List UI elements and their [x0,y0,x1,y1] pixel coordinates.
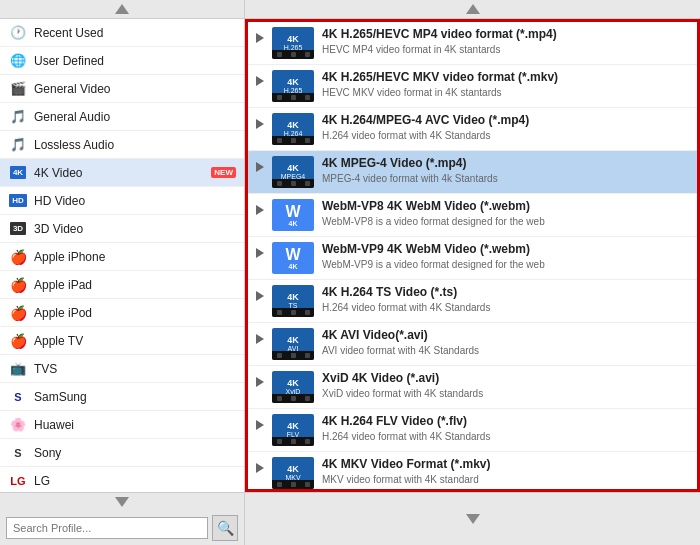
format-title: 4K AVI Video(*.avi) [322,328,689,344]
up-arrow-icon[interactable] [115,4,129,14]
up-arrow-icon-right[interactable] [466,4,480,14]
format-title: 4K H.264 FLV Video (*.flv) [322,414,689,430]
format-title: 4K H.264/MPEG-4 AVC Video (*.mp4) [322,113,689,129]
sidebar-scroll-down[interactable] [0,493,244,511]
expand-arrow-icon [256,420,266,430]
format-item-h264-avc[interactable]: 4KH.2644K H.264/MPEG-4 AVC Video (*.mp4)… [248,108,697,151]
tv-icon: 📺 [8,361,28,377]
sidebar-label: General Audio [34,110,236,124]
apple-icon: 🍎 [8,305,28,321]
search-icon: 🔍 [217,520,234,536]
expand-arrow-icon [256,248,266,258]
format-item-webm-vp9[interactable]: W4KWebM-VP9 4K WebM Video (*.webm)WebM-V… [248,237,697,280]
globe-icon: 🌐 [8,53,28,69]
sony-icon: S [8,445,28,461]
expand-arrow-icon [256,377,266,387]
sidebar-item-samsung[interactable]: SSamSung [0,383,244,411]
format-desc: MKV video format with 4K standard [322,473,689,486]
sidebar-item-lossless-audio[interactable]: 🎵Lossless Audio [0,131,244,159]
format-text: 4K MKV Video Format (*.mkv)MKV video for… [322,457,689,486]
format-title: 4K MKV Video Format (*.mkv) [322,457,689,473]
formats-scroll-down[interactable] [245,493,700,545]
formats-scroll-up[interactable] [245,0,700,18]
format-title: 4K H.265/HEVC MKV video format (*.mkv) [322,70,689,86]
sidebar-item-apple-iphone[interactable]: 🍎Apple iPhone [0,243,244,271]
format-item-mpeg4[interactable]: 4KMPEG44K MPEG-4 Video (*.mp4)MPEG-4 vid… [248,151,697,194]
sidebar-item-sony[interactable]: SSony [0,439,244,467]
sidebar-label: Apple iPad [34,278,236,292]
4k-badge: 4KMKV [272,457,314,489]
bottom-section: 🔍 [0,492,700,545]
4k-badge: 4KH.265 [272,70,314,102]
audio-icon: 🎵 [8,137,28,153]
format-text: 4K H.264/MPEG-4 AVC Video (*.mp4)H.264 v… [322,113,689,142]
main-container: 🕐Recent Used🌐User Defined🎬General Video🎵… [0,0,700,545]
sidebar-item-recent-used[interactable]: 🕐Recent Used [0,19,244,47]
down-arrow-icon[interactable] [115,497,129,507]
4k-badge: 4KFLV [272,414,314,446]
sidebar-item-3d-video[interactable]: 3D3D Video [0,215,244,243]
4k-badge: 4KXviD [272,371,314,403]
expand-arrow-icon [256,463,266,473]
hd-icon: HD [8,193,28,209]
format-desc: HEVC MKV video format in 4K stantards [322,86,689,99]
down-arrow-icon-right[interactable] [466,514,480,524]
bottom-left: 🔍 [0,493,245,545]
format-title: 4K H.265/HEVC MP4 video format (*.mp4) [322,27,689,43]
expand-arrow-icon [256,33,266,43]
sidebar-item-general-video[interactable]: 🎬General Video [0,75,244,103]
apple-icon: 🍎 [8,277,28,293]
top-arrow-row [0,0,700,19]
sidebar-item-huawei[interactable]: 🌸Huawei [0,411,244,439]
format-desc: AVI video format with 4K Standards [322,344,689,357]
format-item-h265-mkv[interactable]: 4KH.2654K H.265/HEVC MKV video format (*… [248,65,697,108]
format-text: 4K H.265/HEVC MKV video format (*.mkv)HE… [322,70,689,99]
format-desc: HEVC MP4 video format in 4K stantards [322,43,689,56]
clock-icon: 🕐 [8,25,28,41]
sidebar-label: SamSung [34,390,236,404]
new-badge: NEW [211,167,236,178]
sidebar-item-general-audio[interactable]: 🎵General Audio [0,103,244,131]
sidebar-label: Apple iPod [34,306,236,320]
format-item-avi-video[interactable]: 4KAVI4K AVI Video(*.avi)AVI video format… [248,323,697,366]
format-item-h265-mp4[interactable]: 4KH.2654K H.265/HEVC MP4 video format (*… [248,22,697,65]
search-button[interactable]: 🔍 [212,515,238,541]
format-item-ts-video[interactable]: 4KTS4K H.264 TS Video (*.ts)H.264 video … [248,280,697,323]
format-text: XviD 4K Video (*.avi)XviD video format w… [322,371,689,400]
sidebar-label: Lossless Audio [34,138,236,152]
sidebar-item-apple-ipad[interactable]: 🍎Apple iPad [0,271,244,299]
sidebar-label: General Video [34,82,236,96]
format-item-xvid-video[interactable]: 4KXviDXviD 4K Video (*.avi)XviD video fo… [248,366,697,409]
format-title: 4K H.264 TS Video (*.ts) [322,285,689,301]
search-input[interactable] [6,517,208,539]
4k-badge: 4KH.264 [272,113,314,145]
format-item-flv-video[interactable]: 4KFLV4K H.264 FLV Video (*.flv)H.264 vid… [248,409,697,452]
sidebar-item-apple-ipod[interactable]: 🍎Apple iPod [0,299,244,327]
sidebar-item-hd-video[interactable]: HDHD Video [0,187,244,215]
sidebar-label: Sony [34,446,236,460]
4k-badge: 4KTS [272,285,314,317]
sidebar-item-lg[interactable]: LGLG [0,467,244,492]
sidebar-label: Recent Used [34,26,236,40]
expand-arrow-icon [256,162,266,172]
sidebar-item-tvs[interactable]: 📺TVS [0,355,244,383]
format-title: XviD 4K Video (*.avi) [322,371,689,387]
sidebar-item-user-defined[interactable]: 🌐User Defined [0,47,244,75]
sidebar-scroll-up[interactable] [0,0,245,18]
expand-arrow-icon [256,76,266,86]
format-text: WebM-VP8 4K WebM Video (*.webm)WebM-VP8 … [322,199,689,228]
sidebar-item-apple-tv[interactable]: 🍎Apple TV [0,327,244,355]
sidebar-label: LG [34,474,236,488]
sidebar-label: 4K Video [34,166,207,180]
format-desc: H.264 video format with 4K Standards [322,301,689,314]
format-text: 4K H.264 FLV Video (*.flv)H.264 video fo… [322,414,689,443]
format-text: 4K H.265/HEVC MP4 video format (*.mp4)HE… [322,27,689,56]
format-item-mkv-video[interactable]: 4KMKV4K MKV Video Format (*.mkv)MKV vide… [248,452,697,492]
format-item-webm-vp8[interactable]: W4KWebM-VP8 4K WebM Video (*.webm)WebM-V… [248,194,697,237]
format-title: WebM-VP9 4K WebM Video (*.webm) [322,242,689,258]
expand-arrow-icon [256,291,266,301]
huawei-icon: 🌸 [8,417,28,433]
apple-icon: 🍎 [8,249,28,265]
expand-arrow-icon [256,119,266,129]
sidebar-item-4k-video[interactable]: 4K4K VideoNEW [0,159,244,187]
